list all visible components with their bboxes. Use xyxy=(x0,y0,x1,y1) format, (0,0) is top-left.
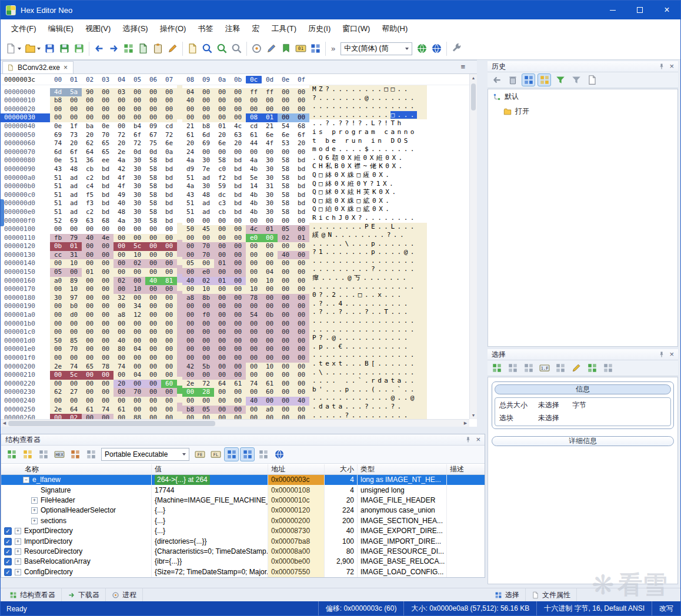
menu-item[interactable]: 选择(S) xyxy=(116,20,153,38)
menu-item[interactable]: 文件(F) xyxy=(5,20,42,38)
bookmark-button[interactable] xyxy=(279,41,293,56)
save-as-button[interactable] xyxy=(58,41,71,56)
sel-rows-button[interactable] xyxy=(506,361,519,374)
structure-column-header[interactable]: 类型 xyxy=(358,464,447,474)
goto-button[interactable] xyxy=(250,41,263,56)
structure-row[interactable]: ✓+ExportDirectory{...}0x0000873040IMAGE_… xyxy=(1,526,485,536)
expand-icon[interactable]: + xyxy=(31,507,38,514)
bottom-tab[interactable]: 结构查看器 xyxy=(4,588,62,602)
wrench-button[interactable] xyxy=(450,41,463,56)
menu-item[interactable]: 宏 xyxy=(246,20,265,38)
hex-text[interactable]: b'...p...(...`.. xyxy=(309,386,427,394)
globe-green-button[interactable] xyxy=(415,41,429,56)
expand-icon[interactable]: + xyxy=(15,538,21,545)
hex-text[interactable]: ................ xyxy=(309,317,427,326)
clear-history-button[interactable] xyxy=(490,73,503,86)
menu-item[interactable]: 窗口(W) xyxy=(336,20,376,38)
hex-text[interactable]: t be run in DOS xyxy=(309,137,427,146)
export-button[interactable] xyxy=(186,41,199,56)
scroll-right-icon[interactable]: ▶ xyxy=(462,421,469,426)
hex-text[interactable]: .?..?...?..T... xyxy=(309,308,427,317)
menu-item[interactable]: 帮助(H) xyxy=(376,20,413,38)
hex-text[interactable]: ............@..@ xyxy=(309,394,427,403)
hex-byte[interactable]: 00 xyxy=(114,414,129,419)
filter-apply-button[interactable] xyxy=(553,73,567,86)
structure-row[interactable]: ✓+ImportDirectory{directories={...}}0x00… xyxy=(1,536,485,546)
expand-icon[interactable]: + xyxy=(31,497,38,504)
row-checkbox[interactable]: ✓ xyxy=(4,548,12,555)
panel-close-icon[interactable]: × xyxy=(669,63,674,70)
pin-icon[interactable] xyxy=(658,63,665,70)
save-button[interactable] xyxy=(43,41,56,56)
sel-add-button[interactable] xyxy=(585,361,599,374)
structure-column-header[interactable]: 名称 xyxy=(1,464,152,474)
hex-text[interactable]: .... ..`.rdata.. xyxy=(309,377,427,386)
menu-item[interactable]: 工具(T) xyxy=(265,20,302,38)
expand-all-button[interactable] xyxy=(256,447,271,461)
hex-text[interactable]: 縘@N........?.. xyxy=(309,231,427,240)
menu-item[interactable]: 书签 xyxy=(192,20,219,38)
hex-byte[interactable]: 00 xyxy=(262,414,278,419)
hex-text[interactable]: .text...B[...... xyxy=(309,360,427,369)
hex-byte[interactable]: 00 xyxy=(278,414,293,419)
hex-text[interactable]: ..?.??!?.L?!Th xyxy=(309,119,427,128)
panel-close-icon[interactable]: × xyxy=(476,436,480,443)
structure-row[interactable]: +OptionalHeaderSelector{...}0x0000012022… xyxy=(1,505,485,515)
hex-text[interactable]: RichJ0X?........ xyxy=(309,214,427,223)
details-button[interactable]: 详细信息 xyxy=(492,436,674,446)
hex-byte[interactable]: 00 xyxy=(161,414,177,419)
hex-horizontal-scrollbar[interactable]: ◀ ▶ xyxy=(1,419,469,427)
expand-icon[interactable]: + xyxy=(15,528,21,534)
row-checkbox[interactable]: ✓ xyxy=(4,527,12,535)
hex-text[interactable]: .........?...... xyxy=(309,265,427,274)
history-tree-view-button[interactable] xyxy=(522,73,535,86)
structure-row[interactable]: +sections{...}0x00000200200IMAGE_SECTION… xyxy=(1,516,485,526)
expand-icon[interactable]: + xyxy=(15,569,21,575)
structure-row[interactable]: Signature177440x000001084unsigned long xyxy=(1,485,485,495)
find-prev-button[interactable] xyxy=(230,41,243,56)
row-checkbox[interactable]: ✓ xyxy=(4,558,12,565)
history-note-button[interactable] xyxy=(585,73,599,86)
close-button[interactable]: × xyxy=(653,1,680,19)
hex-byte[interactable]: 00 xyxy=(198,414,214,419)
find-button[interactable] xyxy=(201,41,214,56)
structure-column-header[interactable]: 地址 xyxy=(268,464,325,474)
hex-byte[interactable]: 00 xyxy=(293,414,309,419)
hex-text[interactable]: .\.............. xyxy=(309,369,427,377)
copy-button[interactable] xyxy=(136,41,150,56)
row-checkbox[interactable]: ✓ xyxy=(4,538,12,545)
hex-byte[interactable]: 00 xyxy=(230,414,246,419)
structure-row[interactable]: ✓+ConfigDirectory{Size=72; TimeDateStamp… xyxy=(1,567,485,577)
hex-text[interactable]: Q□絊0X絑□絚0X. xyxy=(309,171,427,180)
hex-text[interactable]: .p..€.......... xyxy=(309,343,427,351)
undo-button[interactable] xyxy=(92,41,106,56)
tab-options-icon[interactable]: ≡ xyxy=(460,62,465,71)
hex-text[interactable]: ................ xyxy=(309,351,427,360)
sel-block-button[interactable] xyxy=(490,361,503,374)
hex-byte[interactable]: 00 xyxy=(98,414,114,419)
structure-column-header[interactable]: 大小 xyxy=(325,464,358,474)
hex-address[interactable]: 00000260 xyxy=(1,414,50,419)
menu-item[interactable]: 操作(O) xyxy=(154,20,192,38)
globe-blue-button[interactable] xyxy=(430,41,443,56)
hex-text[interactable]: ................ xyxy=(309,283,427,292)
new-file-button[interactable] xyxy=(4,41,22,56)
menu-item[interactable]: 注释 xyxy=(219,20,246,38)
sel-more-button[interactable] xyxy=(601,361,615,374)
hex-byte[interactable]: 00 xyxy=(214,414,230,419)
sel-range-button[interactable] xyxy=(553,361,567,374)
add-structure-button[interactable] xyxy=(20,447,35,461)
grid-b-button[interactable] xyxy=(84,447,98,461)
hex-text[interactable]: ........PE..L... xyxy=(309,223,427,232)
find-pattern-button[interactable] xyxy=(122,41,135,56)
expand-icon[interactable]: + xyxy=(15,548,21,555)
panel-close-icon[interactable]: × xyxy=(669,351,674,358)
hex-vertical-scrollbar[interactable]: ▲ ▼ xyxy=(469,74,477,419)
scheme-button[interactable] xyxy=(272,447,286,461)
minimize-button[interactable] xyxy=(599,1,626,19)
hex-text[interactable]: .....\...p...... xyxy=(309,240,427,249)
sel-cols-button[interactable] xyxy=(522,361,535,374)
collapse-icon[interactable]: − xyxy=(23,477,29,483)
hex-text[interactable]: 0?.2...□..x... xyxy=(309,291,427,300)
find-next-button[interactable] xyxy=(215,41,229,56)
